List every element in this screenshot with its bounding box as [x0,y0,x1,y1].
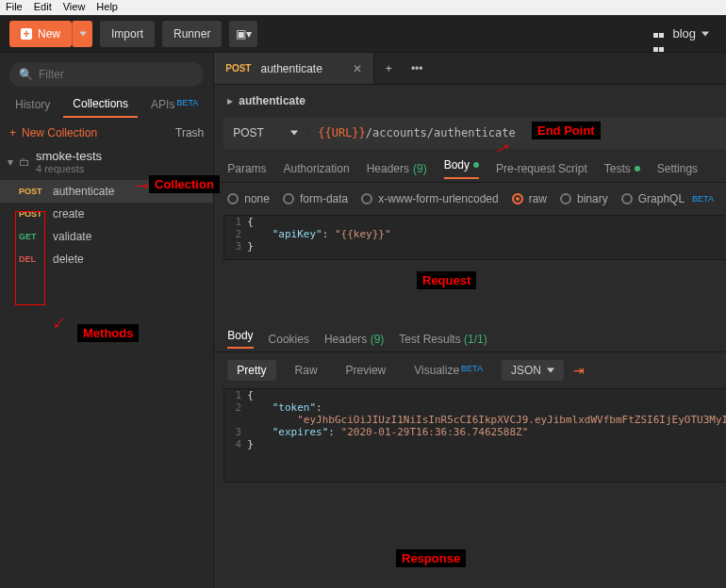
resp-tab-headers[interactable]: Headers (9) [324,333,384,346]
view-visualize[interactable]: VisualizeBETA [404,360,492,381]
close-icon[interactable]: ✕ [353,62,362,75]
code-text: : [328,426,340,438]
view-raw[interactable]: Raw [286,360,327,381]
new-dropdown[interactable] [72,21,92,47]
resp-tab-testresults[interactable]: Test Results (1/1) [399,333,487,346]
menu-file[interactable]: File [6,1,23,14]
collection-count: 4 requests [36,163,102,174]
method-badge: GET [19,232,45,241]
resp-tab-testresults-label: Test Results [399,333,460,346]
code-text: "token" [272,401,316,414]
radio-urlencoded[interactable]: x-www-form-urlencoded [361,192,498,205]
tab-headers-label: Headers [367,162,409,175]
request-name: validate [53,230,91,243]
resp-tab-cookies[interactable]: Cookies [269,333,309,346]
code-text: "eyJhbGciOiJIUzI1NiIsInR5cCI6IkpXVCJ9.ey… [297,414,726,426]
chevron-down-icon [701,30,709,38]
view-preview[interactable]: Preview [337,360,396,381]
resp-tab-testresults-count: (1/1) [464,333,487,346]
collection-row[interactable]: ▾ 🗀 smoke-tests 4 requests [0,143,213,180]
radio-none[interactable]: none [227,192,270,205]
method-badge: POST [19,209,45,219]
tab-tests[interactable]: Tests [604,162,640,175]
tab-body[interactable]: Body [444,158,479,179]
chevron-down-icon: ▾ [8,155,13,169]
workspace-selector[interactable]: blog [646,26,717,41]
trash-link[interactable]: Trash [175,126,204,139]
radio-graphql[interactable]: GraphQLBETA [621,192,714,205]
new-collection-button[interactable]: + New Collection [9,126,97,139]
sidebar: 🔍 History Collections APIsBETA + New Col… [0,53,214,588]
wrap-lines-icon[interactable]: ⇥ [573,363,585,378]
url-input[interactable]: {{URL}}/accounts/authenticate [308,126,726,139]
request-tab[interactable]: POST authenticate ✕ [214,53,374,84]
radio-graphql-label: GraphQL [638,192,685,205]
folder-icon: 🗀 [19,155,30,169]
import-button[interactable]: Import [100,21,155,47]
response-format-dropdown[interactable]: JSON [502,360,564,381]
response-body-viewer[interactable]: 1{ 2 "token": "eyJhbGciOiJIUzI1NiIsInR5c… [223,388,726,482]
request-name: delete [53,253,84,266]
tab-headers[interactable]: Headers (9) [367,162,427,175]
request-sub-tabs: Params Authorization Headers (9) Body Pr… [214,155,726,183]
method-dropdown[interactable]: POST [223,126,308,139]
view-visualize-label: Visualize [414,364,459,377]
os-menubar: File Edit View Help [0,0,726,15]
radio-formdata[interactable]: form-data [283,192,348,205]
tab-history[interactable]: History [6,92,59,117]
chevron-down-icon [547,367,554,374]
menu-edit[interactable]: Edit [34,1,52,14]
resp-tab-headers-label: Headers [324,333,367,346]
new-button[interactable]: + New [9,21,72,47]
tab-tests-label: Tests [604,162,631,175]
radio-raw-label: raw [529,192,547,205]
filter-input[interactable] [39,68,194,81]
body-type-options: none form-data x-www-form-urlencoded raw… [214,183,726,215]
tab-apis[interactable]: APIsBETA [141,92,207,117]
radio-raw[interactable]: raw [512,192,547,205]
radio-binary[interactable]: binary [560,192,608,205]
request-item[interactable]: POSTauthenticate [0,180,213,203]
menu-view[interactable]: View [63,1,86,14]
tab-prerequest[interactable]: Pre-request Script [496,162,587,175]
response-format-label: JSON [511,364,541,377]
request-item[interactable]: DELdelete [0,248,213,270]
radio-none-label: none [244,192,270,205]
code-text: "{{key}}" [335,228,391,240]
beta-badge: BETA [176,98,198,107]
tab-authorization[interactable]: Authorization [284,162,350,175]
runner-button[interactable]: Runner [162,21,222,47]
tab-method: POST [225,63,251,74]
url-variable: {{URL}} [318,126,366,139]
view-pretty[interactable]: Pretty [227,360,275,381]
code-text: { [247,216,254,228]
request-item[interactable]: POSTcreate [0,203,213,225]
resp-tab-body[interactable]: Body [227,329,253,349]
content-area: POST authenticate ✕ + ••• ▸ authenticate… [214,53,726,588]
tab-settings[interactable]: Settings [657,162,698,175]
request-name: create [53,207,84,220]
method-badge: POST [19,187,45,196]
new-tab-button[interactable]: + [374,53,403,84]
code-text: } [247,240,254,253]
tab-params[interactable]: Params [227,162,266,175]
beta-badge: BETA [692,194,714,204]
filter-input-wrap[interactable]: 🔍 [9,62,204,87]
tab-title: authenticate [260,62,322,75]
method-label: POST [233,126,264,139]
plus-icon: + [21,28,32,40]
request-item[interactable]: GETvalidate [0,225,213,248]
tab-options-button[interactable]: ••• [403,53,431,84]
response-tabs: Body Cookies Headers (9) Test Results (1… [214,326,726,352]
request-name: authenticate [53,185,114,198]
request-line: POST {{URL}}/accounts/authenticate [223,117,726,149]
capture-icon: ▣▾ [236,27,252,41]
menu-help[interactable]: Help [96,1,118,14]
radio-formdata-label: form-data [300,192,348,205]
tab-collections[interactable]: Collections [63,91,138,118]
request-body-editor[interactable]: 1{ 2 "apiKey": "{{key}}" 3} [223,215,726,260]
radio-urlenc-label: x-www-form-urlencoded [378,192,498,205]
tab-apis-label: APIs [151,98,174,111]
capture-button[interactable]: ▣▾ [229,21,257,47]
new-collection-label: New Collection [22,126,97,139]
